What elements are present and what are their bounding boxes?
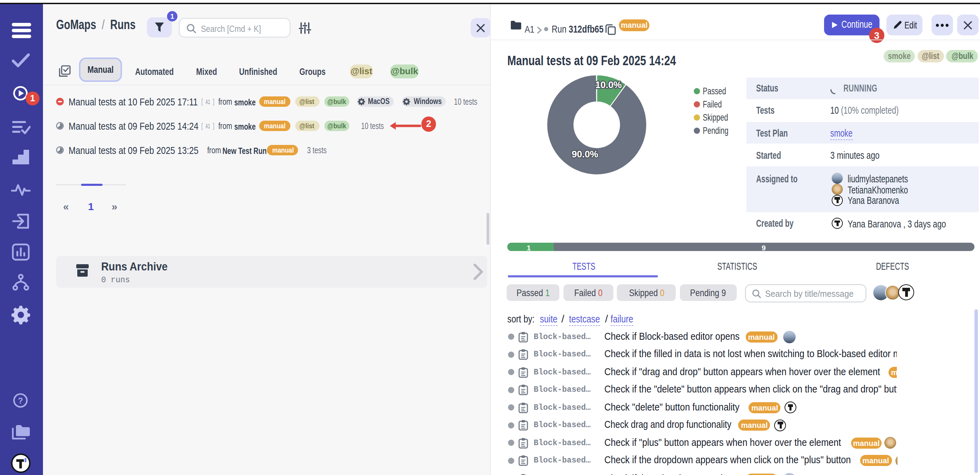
svg-text:10.0%: 10.0% — [595, 80, 622, 90]
svg-text:90.0%: 90.0% — [571, 149, 598, 159]
svg-text:?: ? — [18, 396, 23, 405]
